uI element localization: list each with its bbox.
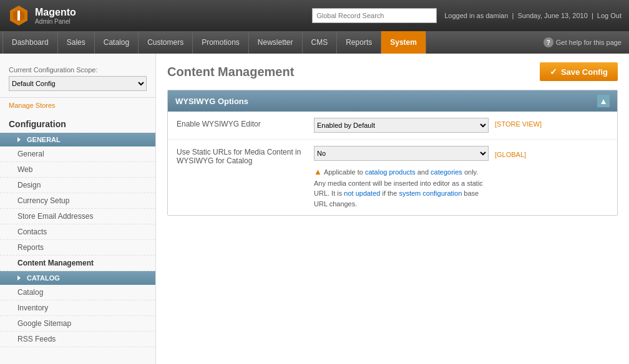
not-updated-link[interactable]: not updated: [344, 189, 380, 197]
sidebar-item-currency-setup[interactable]: Currency Setup: [0, 193, 155, 209]
sidebar-item-general[interactable]: General: [0, 146, 155, 162]
warning-icon: ▲: [314, 167, 322, 176]
scope-label: Current Configuration Scope:: [9, 66, 147, 74]
sidebar-item-rss-feeds[interactable]: RSS Feeds: [0, 332, 155, 347]
system-config-link[interactable]: system configuration: [399, 189, 462, 197]
catalog-products-link[interactable]: catalog products: [365, 168, 416, 176]
magento-logo-icon: [7, 4, 30, 27]
config-label-wysiwyg-enable: Enable WYSIWYG Editor: [177, 118, 314, 128]
scope-section: Current Configuration Scope: Default Con…: [0, 61, 155, 98]
config-label-static-urls: Use Static URLs for Media Content in WYS…: [177, 146, 314, 165]
config-section-title: Configuration: [0, 113, 155, 133]
wysiwyg-panel-body: Enable WYSIWYG Editor Enabled by Default…: [168, 112, 617, 215]
logo-subtitle: Admin Panel: [35, 18, 76, 25]
user-info: Logged in as damian | Sunday, June 13, 2…: [444, 12, 622, 19]
nav-item-promotions[interactable]: Promotions: [193, 31, 249, 54]
logout-link[interactable]: Log Out: [597, 12, 622, 19]
save-config-button[interactable]: Save Config: [540, 62, 618, 81]
sidebar-item-catalog[interactable]: Catalog: [0, 285, 155, 300]
nav-item-customers[interactable]: Customers: [139, 31, 193, 54]
logo-area: Magento Admin Panel: [7, 4, 76, 27]
sidebar-item-reports[interactable]: Reports: [0, 240, 155, 256]
logo-text-area: Magento Admin Panel: [35, 7, 76, 25]
nav-items: Dashboard Sales Catalog Customers Promot…: [2, 31, 426, 54]
static-urls-note: ▲Applicable to catalog products and cate…: [314, 165, 489, 209]
section-arrow-icon: [17, 137, 21, 142]
wysiwyg-panel-header: WYSIWYG Options ▲: [168, 90, 617, 112]
nav-right: ? Get help for this page: [544, 31, 627, 54]
sidebar-item-web[interactable]: Web: [0, 162, 155, 178]
wysiwyg-enable-scope[interactable]: [STORE VIEW]: [495, 118, 542, 128]
static-urls-scope[interactable]: [GLOBAL]: [495, 148, 526, 158]
nav-item-reports[interactable]: Reports: [337, 31, 381, 54]
header: Magento Admin Panel Logged in as damian …: [0, 0, 629, 31]
sidebar-item-inventory[interactable]: Inventory: [0, 300, 155, 316]
page-title: Content Management: [167, 65, 294, 79]
config-control-wysiwyg-enable: Enabled by Default Disabled by Default D…: [314, 118, 608, 133]
main-layout: Current Configuration Scope: Default Con…: [0, 54, 629, 364]
content-header: Content Management Save Config: [167, 62, 618, 81]
search-input[interactable]: [312, 8, 437, 23]
config-row-wysiwyg-enable: Enable WYSIWYG Editor Enabled by Default…: [168, 112, 617, 140]
sidebar-item-content-management[interactable]: Content Management: [0, 256, 155, 271]
svg-rect-2: [17, 11, 20, 21]
sidebar-item-contacts[interactable]: Contacts: [0, 224, 155, 240]
wysiwyg-enable-select[interactable]: Enabled by Default Disabled by Default D…: [314, 118, 489, 133]
sidebar-item-design[interactable]: Design: [0, 178, 155, 193]
nav-item-dashboard[interactable]: Dashboard: [2, 31, 58, 54]
config-row-static-urls: Use Static URLs for Media Content in WYS…: [168, 140, 617, 215]
wysiwyg-panel: WYSIWYG Options ▲ Enable WYSIWYG Editor …: [167, 90, 618, 216]
help-circle-icon: ?: [544, 37, 553, 47]
sidebar-section-catalog[interactable]: CATALOG: [0, 271, 155, 285]
config-control-static-urls: No Yes [GLOBAL] ▲Applicable to catalog p…: [314, 146, 608, 209]
static-urls-select[interactable]: No Yes: [314, 146, 489, 161]
section-arrow-icon-catalog: [17, 275, 21, 280]
sidebar-section-general[interactable]: GENERAL: [0, 133, 155, 146]
sidebar-item-store-email[interactable]: Store Email Addresses: [0, 209, 155, 224]
nav-item-system[interactable]: System: [381, 31, 426, 54]
nav-item-cms[interactable]: CMS: [303, 31, 338, 54]
static-urls-controls: No Yes [GLOBAL] ▲Applicable to catalog p…: [314, 146, 526, 209]
scope-select[interactable]: Default Config: [9, 76, 147, 91]
content-area: Content Management Save Config WYSIWYG O…: [156, 54, 629, 364]
nav-item-newsletter[interactable]: Newsletter: [249, 31, 303, 54]
categories-link[interactable]: categories: [431, 168, 462, 176]
logo-brand: Magento: [35, 7, 76, 18]
main-nav: Dashboard Sales Catalog Customers Promot…: [0, 31, 629, 54]
nav-item-catalog[interactable]: Catalog: [95, 31, 139, 54]
sidebar-item-google-sitemap[interactable]: Google Sitemap: [0, 316, 155, 332]
nav-item-sales[interactable]: Sales: [58, 31, 95, 54]
help-link[interactable]: ? Get help for this page: [544, 37, 622, 47]
sidebar: Current Configuration Scope: Default Con…: [0, 54, 156, 364]
wysiwyg-collapse-button[interactable]: ▲: [597, 95, 610, 107]
manage-stores-link[interactable]: Manage Stores: [0, 98, 155, 113]
wysiwyg-panel-title: WYSIWYG Options: [175, 97, 248, 106]
header-right: Logged in as damian | Sunday, June 13, 2…: [312, 8, 622, 23]
